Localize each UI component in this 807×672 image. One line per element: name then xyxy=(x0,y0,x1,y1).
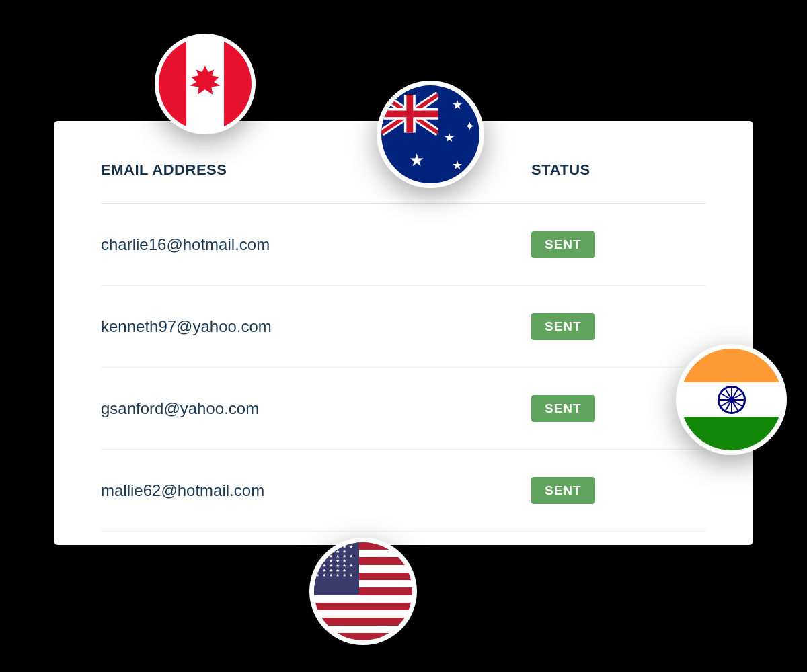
status-badge: SENT xyxy=(531,313,595,340)
table-row: gsanford@yahoo.com SENT xyxy=(101,368,706,450)
col-header-status: STATUS xyxy=(531,161,706,179)
ashoka-chakra-icon xyxy=(718,386,746,414)
flag-india-icon xyxy=(676,344,787,455)
status-badge: SENT xyxy=(531,231,595,258)
table-row: charlie16@hotmail.com SENT xyxy=(101,204,706,286)
union-jack-icon xyxy=(381,85,438,142)
status-cell: SENT xyxy=(531,231,706,258)
maple-leaf-icon xyxy=(185,63,225,103)
flag-usa-icon: ★ ★ ★ ★ ★ ★ ★ ★ ★ ★ ★★ ★ ★ ★ ★ ★ ★ ★ ★ ★… xyxy=(309,538,417,645)
email-status-card: EMAIL ADDRESS STATUS charlie16@hotmail.c… xyxy=(54,121,753,545)
email-cell: kenneth97@yahoo.com xyxy=(101,317,531,336)
status-badge: SENT xyxy=(531,477,595,504)
status-cell: SENT xyxy=(531,313,706,340)
flag-canada-icon xyxy=(155,34,256,134)
status-cell: SENT xyxy=(531,477,706,504)
status-badge: SENT xyxy=(531,395,595,422)
email-cell: mallie62@hotmail.com xyxy=(101,481,531,500)
email-cell: gsanford@yahoo.com xyxy=(101,399,531,418)
stars-canton-icon: ★ ★ ★ ★ ★ ★ ★ ★ ★ ★ ★★ ★ ★ ★ ★ ★ ★ ★ ★ ★… xyxy=(314,542,359,595)
table-row: kenneth97@yahoo.com SENT xyxy=(101,286,706,368)
flag-australia-icon: ★ ★ ✦ ★ ★ xyxy=(377,81,484,188)
email-cell: charlie16@hotmail.com xyxy=(101,235,531,254)
table-row: mallie62@hotmail.com SENT xyxy=(101,450,706,532)
